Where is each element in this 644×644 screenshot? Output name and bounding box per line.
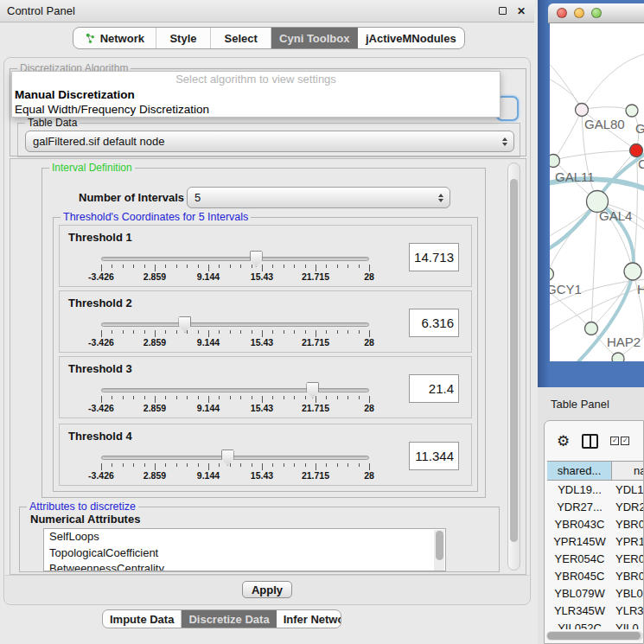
table-row[interactable]: YER054CYER0 (547, 550, 643, 567)
node-partial-bottom[interactable] (612, 353, 624, 361)
cell[interactable]: YPR145W (547, 532, 612, 550)
checked-checkbox-icon: ✓ (621, 437, 629, 445)
threshold-2-slider[interactable] (101, 322, 369, 327)
checked-checkbox-icon: ✓ (610, 437, 619, 445)
cell[interactable]: YER0 (612, 550, 643, 567)
threshold-3-panel: Threshold 3 -3.4262.8599.14415.4321.7152… (59, 356, 472, 418)
list-item[interactable]: BetweennessCentrality (44, 561, 445, 571)
threshold-3-value-field[interactable]: 21.4 (409, 374, 459, 403)
node-gal11[interactable] (550, 155, 560, 168)
slider-tick-scale (101, 330, 369, 337)
node-partial-top-right[interactable] (626, 105, 638, 117)
tab-cyni-toolbox[interactable]: Cyni Toolbox (271, 28, 358, 48)
tab-style[interactable]: Style (156, 28, 212, 48)
cell[interactable]: YDL19... (547, 481, 612, 498)
cell[interactable]: YIL0 (612, 619, 643, 629)
table-row[interactable]: YDL19...YDL1 (547, 481, 643, 498)
minimize-traffic-light-icon[interactable] (574, 8, 584, 18)
columns-icon[interactable] (582, 434, 598, 449)
scrollbar-thumb[interactable] (436, 531, 443, 560)
zoom-traffic-light-icon[interactable] (591, 8, 602, 18)
list-item[interactable]: SelfLoops (44, 529, 445, 545)
dropdown-item-equal-width-frequency[interactable]: Equal Width/Frequency Discretization (12, 102, 500, 117)
tab-select[interactable]: Select (211, 28, 271, 48)
node-red-selected[interactable] (630, 144, 643, 157)
panel-title: Control Panel (7, 4, 489, 17)
dropdown-prompt-item[interactable]: Select algorithm to view settings (12, 72, 500, 87)
dropdown-item-manual-discretization[interactable]: Manual Discretization (12, 87, 500, 102)
table-horizontal-scrollbar[interactable] (546, 631, 643, 641)
close-panel-button[interactable]: ✕ (515, 5, 527, 17)
table-row[interactable]: YPR145WYPR1 (547, 532, 643, 550)
slider-tick-labels: -3.4262.8599.14415.4321.71528 (101, 271, 369, 282)
table-row[interactable]: YLR345WYLR3 (547, 602, 643, 619)
cell[interactable]: YBR043C (547, 515, 612, 532)
cell[interactable]: YLR3 (612, 602, 643, 619)
list-item[interactable]: TopologicalCoefficient (44, 545, 445, 562)
tab-discretize-data[interactable]: Discretize Data (182, 610, 276, 628)
cell[interactable]: YDR2 (612, 498, 643, 515)
checkbox-icons[interactable]: ✓ ✓ (610, 437, 629, 445)
threshold-1-slider[interactable] (101, 257, 369, 261)
node-table: shared... na YDL19...YDL1 YDR27...YDR2 Y… (547, 461, 643, 629)
scrollbar-thumb[interactable] (510, 179, 518, 542)
cell[interactable]: YBR0 (612, 567, 643, 584)
threshold-1-value-field[interactable]: 14.713 (409, 243, 459, 271)
slider-tick-scale (101, 396, 369, 403)
tab-label: Select (225, 32, 258, 45)
cell[interactable]: YBL0 (612, 584, 643, 602)
tab-impute-data[interactable]: Impute Data (103, 610, 182, 628)
tab-infer-network[interactable]: Infer Network (277, 610, 341, 628)
node-hap2[interactable] (585, 322, 598, 335)
threshold-2-value-field[interactable]: 6.316 (409, 309, 459, 337)
combo-stepper-icon (438, 194, 443, 202)
node-gal80[interactable] (576, 104, 589, 117)
cell[interactable]: YBR0 (612, 515, 643, 532)
threshold-4-slider[interactable] (101, 456, 369, 460)
cell[interactable]: YDL1 (612, 481, 643, 498)
svg-text:HAP2: HAP2 (607, 335, 641, 349)
table-data-combobox[interactable]: galFiltered.sif default node (25, 131, 514, 152)
slider-tick-labels: -3.4262.8599.14415.4321.71528 (101, 337, 369, 348)
threshold-4-panel: Threshold 4 -3.4262.8599.14415.4321.7152… (59, 424, 472, 486)
close-traffic-light-icon[interactable] (557, 8, 567, 18)
threshold-1-panel: Threshold 1 -3.4262.8599.14415.4321.7152… (59, 225, 472, 287)
cell[interactable]: YPR1 (612, 532, 643, 550)
list-scrollbar[interactable] (434, 530, 444, 571)
combo-stepper-icon (502, 137, 507, 146)
cell[interactable]: YIL052C (547, 619, 612, 629)
cell[interactable]: YBR045C (547, 567, 612, 584)
gear-icon[interactable]: ⚙ (557, 434, 570, 449)
settings-scrollbar[interactable] (507, 163, 520, 571)
table-row[interactable]: YIL052CYIL0 (547, 619, 643, 629)
algorithm-dropdown-popup: Select algorithm to view settings Manual… (11, 71, 501, 118)
threshold-4-value-field[interactable]: 11.344 (409, 442, 459, 470)
float-window-button[interactable] (496, 5, 508, 17)
table-data-value: galFiltered.sif default node (33, 135, 164, 148)
cell[interactable]: YBL079W (547, 584, 612, 602)
column-header-name[interactable]: na (612, 462, 643, 480)
node-gcy1[interactable] (550, 268, 554, 281)
threshold-2-panel: Threshold 2 -3.4262.8599.14415.4321.7152… (59, 290, 472, 353)
column-header-shared-name[interactable]: shared... (547, 462, 612, 480)
slider-tick-labels: -3.4262.8599.14415.4321.71528 (101, 470, 369, 481)
slider-tick-labels: -3.4262.8599.14415.4321.71528 (101, 403, 369, 413)
cell[interactable]: YDR27... (547, 498, 612, 515)
tab-jactivemnodules[interactable]: jActiveMNodules (358, 28, 464, 48)
apply-button[interactable]: Apply (242, 581, 292, 598)
svg-text:GAL11: GAL11 (555, 169, 595, 184)
node-partial-right[interactable] (624, 263, 641, 280)
table-row[interactable]: YDR27...YDR2 (547, 498, 643, 515)
cell[interactable]: YER054C (547, 550, 612, 567)
table-row[interactable]: YBR043CYBR0 (547, 515, 643, 532)
scrollbar-thumb[interactable] (547, 632, 641, 640)
table-row[interactable]: YBL079WYBL0 (547, 584, 643, 602)
network-canvas[interactable]: GAL80 GA C GAL11 GAL4 GCY1 H HAP2 (550, 23, 644, 361)
threshold-3-slider[interactable] (101, 388, 369, 392)
table-row[interactable]: YBR045CYBR0 (547, 567, 643, 584)
tab-network[interactable]: Network (73, 28, 156, 48)
attributes-to-discretize-group: Attributes to discretize Numerical Attri… (19, 507, 500, 572)
network-view-window[interactable]: GAL80 GA C GAL11 GAL4 GCY1 H HAP2 (538, 0, 644, 387)
cell[interactable]: YLR345W (547, 602, 612, 619)
number-of-intervals-combobox[interactable]: 5 (187, 187, 450, 208)
